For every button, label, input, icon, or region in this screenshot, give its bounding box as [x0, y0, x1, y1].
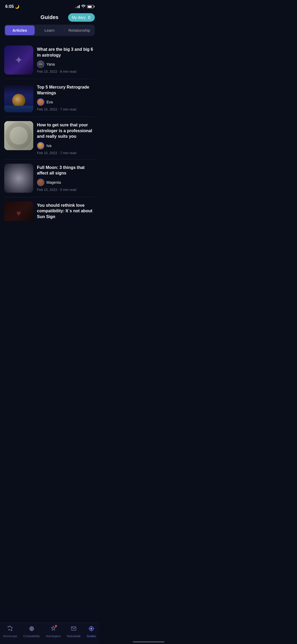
article-author: Eva	[37, 98, 95, 106]
article-content: How to get sure that your astrologer is …	[37, 121, 95, 155]
header: Guides My diary 🗓	[0, 12, 99, 25]
article-thumbnail	[4, 45, 33, 75]
article-content: What are the big 3 and big 6 in astrolog…	[37, 45, 95, 75]
moon-icon: 🌙	[15, 4, 19, 9]
list-item[interactable]: You should rethink love compatibility: I…	[4, 197, 95, 221]
article-thumbnail	[4, 121, 33, 150]
avatar	[37, 61, 44, 68]
tab-articles[interactable]: Articles	[5, 25, 35, 35]
tabs-container: Articles Learn Relationship	[4, 25, 95, 36]
list-item[interactable]: What are the big 3 and big 6 in astrolog…	[4, 41, 95, 79]
diary-calendar-icon: 🗓	[87, 15, 91, 20]
avatar	[37, 142, 44, 149]
signal-bars-icon	[75, 5, 80, 8]
article-meta: Feb 15, 2022 · 5 min read	[37, 188, 95, 192]
article-title: Top 5 Mercury Retrograde Warnings	[37, 84, 95, 96]
article-title: You should rethink love compatibility: I…	[37, 203, 95, 220]
article-author: Yana	[37, 61, 95, 68]
article-content: You should rethink love compatibility: I…	[37, 201, 95, 217]
status-bar: 6:05 🌙	[0, 0, 99, 12]
avatar	[37, 179, 44, 186]
article-title: What are the big 3 and big 6 in astrolog…	[37, 47, 95, 58]
status-time: 6:05 🌙	[5, 4, 19, 9]
my-diary-button[interactable]: My diary 🗓	[68, 13, 95, 22]
author-name: Magenta	[46, 180, 61, 185]
avatar	[37, 98, 44, 106]
author-name: Eva	[46, 100, 53, 104]
list-item[interactable]: Top 5 Mercury Retrograde Warnings Eva Fe…	[4, 79, 95, 117]
wifi-icon	[81, 4, 86, 9]
list-item[interactable]: Full Moon: 3 things that affect all sign…	[4, 159, 95, 197]
author-name: Iva	[46, 144, 51, 148]
article-content: Full Moon: 3 things that affect all sign…	[37, 164, 95, 193]
article-content: Top 5 Mercury Retrograde Warnings Eva Fe…	[37, 83, 95, 112]
tab-learn[interactable]: Learn	[35, 25, 64, 35]
article-title: Full Moon: 3 things that affect all sign…	[37, 165, 95, 176]
status-icons	[75, 4, 94, 9]
article-author: Magenta	[37, 179, 95, 186]
article-meta: Feb 15, 2022 · 7 min read	[37, 151, 95, 155]
list-item[interactable]: How to get sure that your astrologer is …	[4, 117, 95, 159]
article-thumbnail	[4, 164, 33, 193]
article-author: Iva	[37, 142, 95, 149]
article-thumbnail	[4, 83, 33, 112]
article-meta: Feb 15, 2022 · 8 min read	[37, 70, 95, 73]
article-meta: Feb 15, 2022 · 7 min read	[37, 107, 95, 111]
tab-relationship[interactable]: Relationship	[64, 25, 94, 35]
author-name: Yana	[46, 62, 55, 66]
page-title: Guides	[41, 14, 59, 20]
articles-list: What are the big 3 and big 6 in astrolog…	[0, 41, 99, 247]
battery-icon	[87, 5, 94, 8]
my-diary-label: My diary	[72, 15, 86, 20]
article-thumbnail	[4, 201, 33, 221]
article-title: How to get sure that your astrologer is …	[37, 122, 95, 139]
